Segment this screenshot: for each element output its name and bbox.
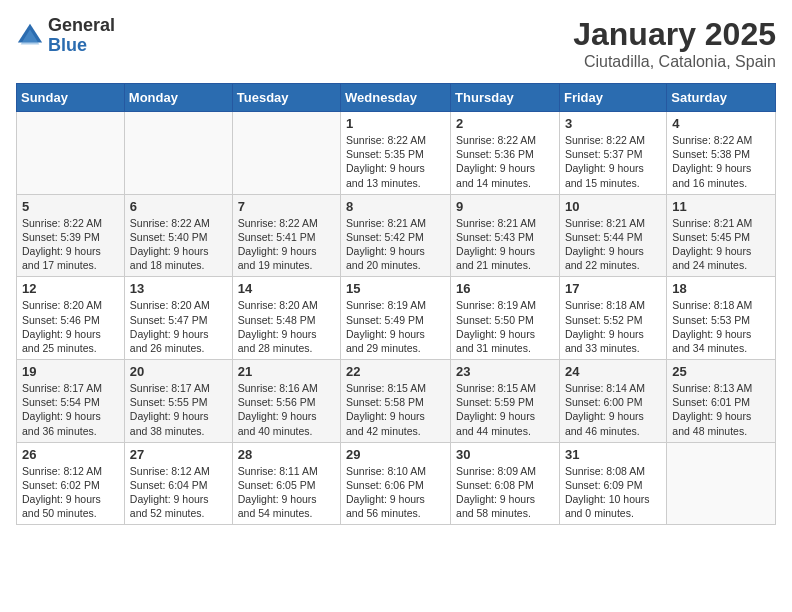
day-header-tuesday: Tuesday (232, 84, 340, 112)
calendar-cell: 24Sunrise: 8:14 AM Sunset: 6:00 PM Dayli… (559, 360, 666, 443)
calendar-cell: 30Sunrise: 8:09 AM Sunset: 6:08 PM Dayli… (451, 442, 560, 525)
day-number: 8 (346, 199, 445, 214)
day-info: Sunrise: 8:20 AM Sunset: 5:47 PM Dayligh… (130, 298, 227, 355)
calendar-cell: 23Sunrise: 8:15 AM Sunset: 5:59 PM Dayli… (451, 360, 560, 443)
day-info: Sunrise: 8:22 AM Sunset: 5:38 PM Dayligh… (672, 133, 770, 190)
week-row-1: 1Sunrise: 8:22 AM Sunset: 5:35 PM Daylig… (17, 112, 776, 195)
day-info: Sunrise: 8:15 AM Sunset: 5:59 PM Dayligh… (456, 381, 554, 438)
day-info: Sunrise: 8:21 AM Sunset: 5:42 PM Dayligh… (346, 216, 445, 273)
day-info: Sunrise: 8:11 AM Sunset: 6:05 PM Dayligh… (238, 464, 335, 521)
day-info: Sunrise: 8:16 AM Sunset: 5:56 PM Dayligh… (238, 381, 335, 438)
day-number: 5 (22, 199, 119, 214)
day-info: Sunrise: 8:18 AM Sunset: 5:53 PM Dayligh… (672, 298, 770, 355)
day-number: 26 (22, 447, 119, 462)
calendar-cell (17, 112, 125, 195)
calendar-cell: 11Sunrise: 8:21 AM Sunset: 5:45 PM Dayli… (667, 194, 776, 277)
calendar-cell: 25Sunrise: 8:13 AM Sunset: 6:01 PM Dayli… (667, 360, 776, 443)
day-number: 2 (456, 116, 554, 131)
calendar-cell (124, 112, 232, 195)
calendar-cell: 3Sunrise: 8:22 AM Sunset: 5:37 PM Daylig… (559, 112, 666, 195)
day-info: Sunrise: 8:20 AM Sunset: 5:48 PM Dayligh… (238, 298, 335, 355)
day-number: 30 (456, 447, 554, 462)
calendar-cell: 14Sunrise: 8:20 AM Sunset: 5:48 PM Dayli… (232, 277, 340, 360)
calendar-table: SundayMondayTuesdayWednesdayThursdayFrid… (16, 83, 776, 525)
calendar-cell: 4Sunrise: 8:22 AM Sunset: 5:38 PM Daylig… (667, 112, 776, 195)
day-number: 22 (346, 364, 445, 379)
day-number: 1 (346, 116, 445, 131)
calendar-cell: 26Sunrise: 8:12 AM Sunset: 6:02 PM Dayli… (17, 442, 125, 525)
calendar-cell: 12Sunrise: 8:20 AM Sunset: 5:46 PM Dayli… (17, 277, 125, 360)
day-number: 15 (346, 281, 445, 296)
day-info: Sunrise: 8:08 AM Sunset: 6:09 PM Dayligh… (565, 464, 661, 521)
calendar-cell: 29Sunrise: 8:10 AM Sunset: 6:06 PM Dayli… (341, 442, 451, 525)
title-section: January 2025 Ciutadilla, Catalonia, Spai… (573, 16, 776, 71)
day-number: 11 (672, 199, 770, 214)
day-info: Sunrise: 8:22 AM Sunset: 5:36 PM Dayligh… (456, 133, 554, 190)
day-info: Sunrise: 8:21 AM Sunset: 5:43 PM Dayligh… (456, 216, 554, 273)
day-info: Sunrise: 8:17 AM Sunset: 5:54 PM Dayligh… (22, 381, 119, 438)
day-info: Sunrise: 8:22 AM Sunset: 5:40 PM Dayligh… (130, 216, 227, 273)
day-number: 24 (565, 364, 661, 379)
day-number: 23 (456, 364, 554, 379)
calendar-cell: 2Sunrise: 8:22 AM Sunset: 5:36 PM Daylig… (451, 112, 560, 195)
calendar-cell: 22Sunrise: 8:15 AM Sunset: 5:58 PM Dayli… (341, 360, 451, 443)
day-number: 3 (565, 116, 661, 131)
day-info: Sunrise: 8:21 AM Sunset: 5:44 PM Dayligh… (565, 216, 661, 273)
calendar-cell: 28Sunrise: 8:11 AM Sunset: 6:05 PM Dayli… (232, 442, 340, 525)
day-number: 10 (565, 199, 661, 214)
day-number: 27 (130, 447, 227, 462)
day-info: Sunrise: 8:18 AM Sunset: 5:52 PM Dayligh… (565, 298, 661, 355)
day-header-sunday: Sunday (17, 84, 125, 112)
day-number: 14 (238, 281, 335, 296)
day-number: 21 (238, 364, 335, 379)
week-row-3: 12Sunrise: 8:20 AM Sunset: 5:46 PM Dayli… (17, 277, 776, 360)
calendar-cell: 27Sunrise: 8:12 AM Sunset: 6:04 PM Dayli… (124, 442, 232, 525)
calendar-cell: 6Sunrise: 8:22 AM Sunset: 5:40 PM Daylig… (124, 194, 232, 277)
day-info: Sunrise: 8:09 AM Sunset: 6:08 PM Dayligh… (456, 464, 554, 521)
day-info: Sunrise: 8:17 AM Sunset: 5:55 PM Dayligh… (130, 381, 227, 438)
calendar-cell: 20Sunrise: 8:17 AM Sunset: 5:55 PM Dayli… (124, 360, 232, 443)
day-number: 16 (456, 281, 554, 296)
day-info: Sunrise: 8:22 AM Sunset: 5:41 PM Dayligh… (238, 216, 335, 273)
day-info: Sunrise: 8:20 AM Sunset: 5:46 PM Dayligh… (22, 298, 119, 355)
day-info: Sunrise: 8:19 AM Sunset: 5:49 PM Dayligh… (346, 298, 445, 355)
calendar-header-row: SundayMondayTuesdayWednesdayThursdayFrid… (17, 84, 776, 112)
calendar-body: 1Sunrise: 8:22 AM Sunset: 5:35 PM Daylig… (17, 112, 776, 525)
day-info: Sunrise: 8:22 AM Sunset: 5:37 PM Dayligh… (565, 133, 661, 190)
day-number: 13 (130, 281, 227, 296)
calendar-cell: 10Sunrise: 8:21 AM Sunset: 5:44 PM Dayli… (559, 194, 666, 277)
day-number: 4 (672, 116, 770, 131)
day-number: 6 (130, 199, 227, 214)
day-header-saturday: Saturday (667, 84, 776, 112)
day-number: 25 (672, 364, 770, 379)
day-info: Sunrise: 8:19 AM Sunset: 5:50 PM Dayligh… (456, 298, 554, 355)
day-info: Sunrise: 8:22 AM Sunset: 5:39 PM Dayligh… (22, 216, 119, 273)
day-number: 19 (22, 364, 119, 379)
calendar-cell: 16Sunrise: 8:19 AM Sunset: 5:50 PM Dayli… (451, 277, 560, 360)
header: General Blue January 2025 Ciutadilla, Ca… (16, 16, 776, 71)
calendar-cell: 8Sunrise: 8:21 AM Sunset: 5:42 PM Daylig… (341, 194, 451, 277)
day-header-monday: Monday (124, 84, 232, 112)
day-number: 18 (672, 281, 770, 296)
day-header-thursday: Thursday (451, 84, 560, 112)
calendar-cell: 31Sunrise: 8:08 AM Sunset: 6:09 PM Dayli… (559, 442, 666, 525)
day-info: Sunrise: 8:15 AM Sunset: 5:58 PM Dayligh… (346, 381, 445, 438)
calendar-cell: 18Sunrise: 8:18 AM Sunset: 5:53 PM Dayli… (667, 277, 776, 360)
week-row-5: 26Sunrise: 8:12 AM Sunset: 6:02 PM Dayli… (17, 442, 776, 525)
calendar-cell: 15Sunrise: 8:19 AM Sunset: 5:49 PM Dayli… (341, 277, 451, 360)
calendar-cell: 13Sunrise: 8:20 AM Sunset: 5:47 PM Dayli… (124, 277, 232, 360)
day-number: 12 (22, 281, 119, 296)
day-info: Sunrise: 8:13 AM Sunset: 6:01 PM Dayligh… (672, 381, 770, 438)
day-number: 7 (238, 199, 335, 214)
day-info: Sunrise: 8:12 AM Sunset: 6:02 PM Dayligh… (22, 464, 119, 521)
day-header-friday: Friday (559, 84, 666, 112)
calendar-cell: 17Sunrise: 8:18 AM Sunset: 5:52 PM Dayli… (559, 277, 666, 360)
week-row-4: 19Sunrise: 8:17 AM Sunset: 5:54 PM Dayli… (17, 360, 776, 443)
calendar-title: January 2025 (573, 16, 776, 53)
day-info: Sunrise: 8:12 AM Sunset: 6:04 PM Dayligh… (130, 464, 227, 521)
day-number: 28 (238, 447, 335, 462)
logo: General Blue (16, 16, 115, 56)
day-number: 29 (346, 447, 445, 462)
calendar-cell (667, 442, 776, 525)
calendar-cell: 9Sunrise: 8:21 AM Sunset: 5:43 PM Daylig… (451, 194, 560, 277)
